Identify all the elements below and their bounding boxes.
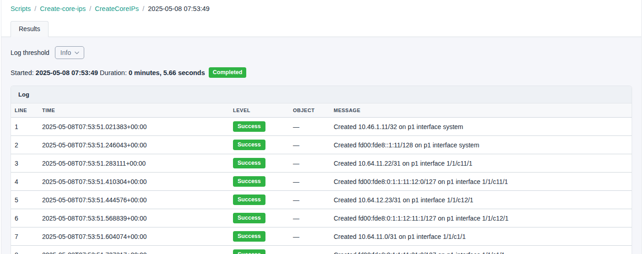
log-row: 32025-05-08T07:53:51.283111+00:00Success… <box>11 154 632 173</box>
page-container: Scripts/Create-core-ips/CreateCoreIPs/20… <box>1 0 642 254</box>
breadcrumb-separator: / <box>142 5 144 12</box>
log-card: Log Line Time Level Object Message 12025… <box>11 86 632 254</box>
log-cell-object: — <box>289 227 330 246</box>
log-cell-object: — <box>289 209 330 227</box>
log-card-title: Log <box>11 86 632 103</box>
log-cell-time: 2025-05-08T07:53:51.604074+00:00 <box>38 227 229 246</box>
level-badge: Success <box>233 121 265 132</box>
log-cell-level: Success <box>229 191 289 209</box>
breadcrumb-separator: / <box>34 5 36 12</box>
breadcrumb-separator: / <box>89 5 91 12</box>
breadcrumb-current: 2025-05-08 07:53:49 <box>148 5 210 12</box>
log-row: 52025-05-08T07:53:51.444576+00:00Success… <box>11 191 632 209</box>
log-threshold-select[interactable]: Info <box>55 46 84 59</box>
log-cell-time: 2025-05-08T07:53:51.568839+00:00 <box>38 209 229 227</box>
log-cell-object: — <box>289 191 330 209</box>
log-cell-message: Created fd00:fde8:0:1:1:11:21:0/127 on p… <box>330 246 632 254</box>
log-cell-object: — <box>289 136 330 154</box>
log-cell-line: 3 <box>11 154 38 173</box>
level-badge: Success <box>233 140 265 150</box>
level-badge: Success <box>233 176 265 187</box>
column-header-time: Time <box>38 103 229 118</box>
breadcrumb-link[interactable]: CreateCoreIPs <box>95 5 139 12</box>
log-cell-message: Created 10.64.12.23/31 on p1 interface 1… <box>330 191 632 209</box>
column-header-level: Level <box>229 103 289 118</box>
log-threshold-row: Log threshold Info <box>11 46 632 59</box>
breadcrumb-link[interactable]: Scripts <box>11 5 31 12</box>
log-cell-level: Success <box>229 227 289 246</box>
tab-results[interactable]: Results <box>11 21 49 37</box>
log-cell-line: 6 <box>11 209 38 227</box>
log-table: Line Time Level Object Message 12025-05-… <box>11 103 632 254</box>
level-badge: Success <box>233 195 265 205</box>
results-content: Log threshold Info Started: 2025-05-08 0… <box>1 37 641 254</box>
log-row: 42025-05-08T07:53:51.410304+00:00Success… <box>11 173 632 191</box>
log-cell-line: 2 <box>11 136 38 154</box>
level-badge: Success <box>233 231 265 242</box>
log-cell-level: Success <box>229 154 289 173</box>
log-cell-message: Created fd00:fde8::1:11/128 on p1 interf… <box>330 136 632 154</box>
started-label: Started: <box>11 69 36 76</box>
chevron-down-icon <box>75 51 79 54</box>
log-cell-time: 2025-05-08T07:53:51.727317+00:00 <box>38 246 229 254</box>
top-bar: Scripts/Create-core-ips/CreateCoreIPs/20… <box>1 0 641 37</box>
log-cell-message: Created fd00:fde8:0:1:1:12:11:1/127 on p… <box>330 209 632 227</box>
log-cell-level: Success <box>229 246 289 254</box>
column-header-line: Line <box>11 103 38 118</box>
log-cell-object: — <box>289 118 330 136</box>
status-badge: Completed <box>209 67 247 78</box>
execution-summary: Started: 2025-05-08 07:53:49 Duration: 0… <box>11 67 632 78</box>
tab-bar: Results <box>11 21 49 37</box>
log-row: 12025-05-08T07:53:51.021383+00:00Success… <box>11 118 632 136</box>
log-cell-line: 7 <box>11 227 38 246</box>
breadcrumb: Scripts/Create-core-ips/CreateCoreIPs/20… <box>1 0 641 12</box>
log-cell-object: — <box>289 246 330 254</box>
log-cell-object: — <box>289 154 330 173</box>
level-badge: Success <box>233 158 265 168</box>
log-cell-level: Success <box>229 118 289 136</box>
log-cell-message: Created 10.46.1.11/32 on p1 interface sy… <box>330 118 632 136</box>
log-cell-level: Success <box>229 173 289 191</box>
log-cell-message: Created 10.64.11.22/31 on p1 interface 1… <box>330 154 632 173</box>
log-cell-time: 2025-05-08T07:53:51.021383+00:00 <box>38 118 229 136</box>
log-cell-line: 5 <box>11 191 38 209</box>
log-cell-level: Success <box>229 136 289 154</box>
log-cell-line: 4 <box>11 173 38 191</box>
log-cell-line: 8 <box>11 246 38 254</box>
log-cell-message: Created fd00:fde8:0:1:1:11:12:0/127 on p… <box>330 173 632 191</box>
log-cell-message: Created 10.64.11.0/31 on p1 interface 1/… <box>330 227 632 246</box>
level-badge: Success <box>233 249 265 254</box>
log-cell-time: 2025-05-08T07:53:51.246043+00:00 <box>38 136 229 154</box>
log-row: 62025-05-08T07:53:51.568839+00:00Success… <box>11 209 632 227</box>
level-badge: Success <box>233 213 265 223</box>
breadcrumb-link[interactable]: Create-core-ips <box>40 5 86 12</box>
log-cell-time: 2025-05-08T07:53:51.444576+00:00 <box>38 191 229 209</box>
log-cell-level: Success <box>229 209 289 227</box>
duration-label: Duration: <box>98 69 129 76</box>
log-row: 72025-05-08T07:53:51.604074+00:00Success… <box>11 227 632 246</box>
log-row: 82025-05-08T07:53:51.727317+00:00Success… <box>11 246 632 254</box>
log-threshold-selected-value: Info <box>60 49 71 56</box>
column-header-object: Object <box>289 103 330 118</box>
log-cell-object: — <box>289 173 330 191</box>
log-table-header-row: Line Time Level Object Message <box>11 103 632 118</box>
started-value: 2025-05-08 07:53:49 <box>36 69 98 76</box>
log-threshold-label: Log threshold <box>11 49 49 56</box>
log-cell-time: 2025-05-08T07:53:51.410304+00:00 <box>38 173 229 191</box>
log-row: 22025-05-08T07:53:51.246043+00:00Success… <box>11 136 632 154</box>
duration-value: 0 minutes, 5.66 seconds <box>129 69 205 76</box>
log-cell-time: 2025-05-08T07:53:51.283111+00:00 <box>38 154 229 173</box>
log-table-body: 12025-05-08T07:53:51.021383+00:00Success… <box>11 118 632 254</box>
log-cell-line: 1 <box>11 118 38 136</box>
column-header-message: Message <box>330 103 632 118</box>
